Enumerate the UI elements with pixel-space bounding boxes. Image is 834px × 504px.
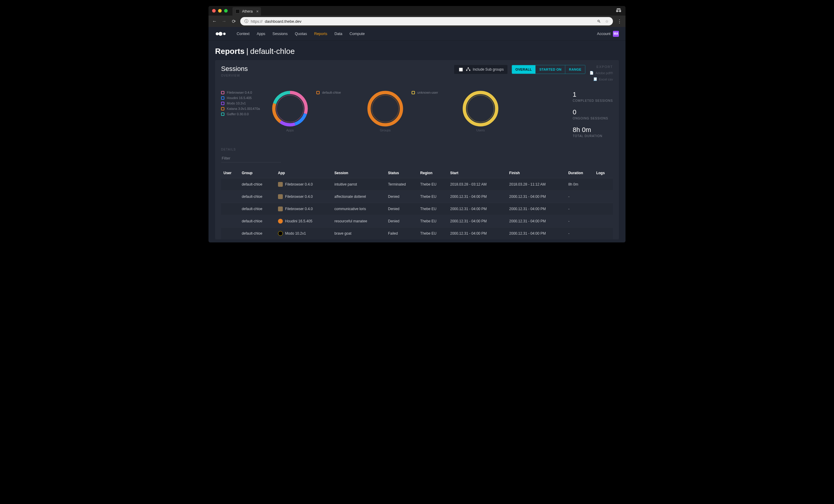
export-heading: EXPORT	[596, 65, 613, 69]
legend-item: Modo 10.2v1	[221, 101, 266, 105]
donut-groups	[367, 91, 403, 127]
reload-button[interactable]: ⟳	[231, 19, 237, 24]
folder-icon	[278, 207, 283, 211]
panel-title: Sessions	[221, 65, 248, 73]
account-label: Account	[597, 32, 611, 36]
donut-apps	[272, 91, 308, 127]
svg-point-17	[464, 92, 497, 125]
kebab-menu-icon[interactable]: ⋮	[616, 19, 622, 24]
search-icon[interactable]: 🔍︎	[597, 19, 601, 24]
col-logs[interactable]: Logs	[594, 168, 613, 178]
segment-started-on[interactable]: STARTED ON	[535, 65, 565, 74]
table-row[interactable]: default-chloeHoudini 16.5.405resourceful…	[221, 215, 613, 227]
col-start[interactable]: Start	[448, 168, 507, 178]
hierarchy-icon	[466, 67, 470, 72]
svg-point-8	[469, 70, 470, 71]
svg-point-14	[277, 95, 304, 122]
donut-users	[463, 91, 499, 127]
star-icon[interactable]: ☆	[605, 19, 609, 24]
legend-item: default-chloe	[316, 91, 361, 94]
close-tab-icon[interactable]: ×	[256, 9, 259, 14]
col-session[interactable]: Session	[332, 168, 386, 178]
details-subhead: DETAILS	[221, 148, 613, 151]
export-pdf-button[interactable]: 📄 Adobe pdf®	[590, 71, 613, 75]
panel-subhead: OVERVIEW	[221, 74, 248, 77]
page-title-main: Reports	[215, 47, 244, 56]
table-row[interactable]: default-chloeFilebrowser 0.4.0affectiona…	[221, 191, 613, 203]
forward-button[interactable]: →	[221, 19, 227, 24]
houdini-icon	[278, 219, 283, 224]
col-group[interactable]: Group	[239, 168, 276, 178]
page-title: Reports | default-chloe	[208, 41, 626, 60]
tab-title: Athera	[242, 9, 253, 14]
chart-users: unknown-userUsers	[412, 91, 499, 132]
sessions-table: UserGroupAppSessionStatusRegionStartFini…	[221, 168, 613, 239]
stat-duration: 8h 0mTOTAL DURATION	[573, 126, 613, 138]
table-row[interactable]: default-chloeFilebrowser 0.4.0communicat…	[221, 203, 613, 215]
col-duration[interactable]: Duration	[566, 168, 594, 178]
col-user[interactable]: User	[221, 168, 239, 178]
svg-point-7	[466, 70, 467, 71]
filter-input[interactable]	[221, 154, 281, 162]
include-subgroups-label: Include Sub groups	[473, 67, 504, 71]
col-finish[interactable]: Finish	[507, 168, 566, 178]
url-prefix: https://	[251, 19, 262, 24]
svg-point-16	[372, 95, 399, 122]
tab-favicon	[236, 9, 240, 14]
info-icon: ⓘ	[244, 19, 248, 24]
sessions-panel: Sessions OVERVIEW Include Sub groups OVE…	[215, 60, 619, 239]
svg-point-6	[468, 67, 468, 68]
nav-data[interactable]: Data	[334, 32, 342, 36]
nav-context[interactable]: Context	[237, 32, 249, 36]
col-app[interactable]: App	[276, 168, 332, 178]
chart-apps: Filebrowser 0.4.0Houdini 16.5.405Modo 10…	[221, 91, 308, 132]
svg-point-3	[216, 32, 219, 35]
avatar: MA	[613, 31, 619, 37]
stat-completed: 1COMPLETED SESSIONS	[573, 91, 613, 102]
include-subgroups-toggle[interactable]: Include Sub groups	[454, 65, 507, 74]
url-bar[interactable]: ⓘ https://dashboard.thebe.dev 🔍︎ ☆	[240, 17, 613, 25]
svg-rect-2	[618, 11, 619, 12]
svg-point-18	[467, 95, 494, 122]
range-segment: OVERALLSTARTED ONRANGE	[512, 65, 585, 74]
nav-quotas[interactable]: Quotas	[295, 32, 307, 36]
brand-logo[interactable]	[215, 31, 227, 37]
legend-item: unknown-user	[412, 91, 457, 94]
export-block: EXPORT 📄 Adobe pdf® 🧾 Excel csv	[590, 65, 613, 81]
legend-item: Gaffer 0.30.0.0	[221, 112, 266, 116]
legend-item: Houdini 16.5.405	[221, 96, 266, 100]
browser-tab[interactable]: Athera ×	[233, 7, 261, 16]
nav-compute[interactable]: Compute	[350, 32, 365, 36]
url-host: dashboard.thebe.dev	[265, 19, 301, 24]
nav-reports[interactable]: Reports	[314, 32, 327, 36]
table-row[interactable]: default-chloeFilebrowser 0.4.0intuitive …	[221, 178, 613, 191]
chart-groups: default-chloeGroups	[316, 91, 403, 132]
csv-icon: 🧾	[593, 77, 597, 81]
browser-window: Athera × ← → ⟳ ⓘ https://dashboard.thebe…	[208, 6, 626, 243]
segment-range[interactable]: RANGE	[565, 65, 585, 74]
include-subgroups-checkbox[interactable]	[459, 68, 463, 71]
incognito-icon	[615, 8, 622, 14]
svg-point-15	[369, 92, 401, 125]
segment-overall[interactable]: OVERALL	[512, 65, 535, 74]
maximize-window-icon[interactable]	[224, 9, 228, 13]
export-csv-button[interactable]: 🧾 Excel csv	[593, 77, 613, 81]
svg-point-5	[223, 32, 225, 35]
stat-ongoing: 0ONGOING SESSIONS	[573, 108, 613, 120]
page-title-scope: default-chloe	[250, 47, 295, 56]
col-status[interactable]: Status	[386, 168, 418, 178]
back-button[interactable]: ←	[212, 19, 218, 24]
table-row[interactable]: default-chloeModo 10.2v1brave goatFailed…	[221, 227, 613, 240]
legend-item: Katana 3.0v1.001470a	[221, 107, 266, 110]
window-titlebar: Athera ×	[208, 6, 626, 16]
svg-point-4	[219, 32, 223, 36]
legend-item: Filebrowser 0.4.0	[221, 91, 266, 94]
account-menu[interactable]: Account MA	[597, 31, 619, 37]
folder-icon	[278, 182, 283, 187]
nav-apps[interactable]: Apps	[257, 32, 265, 36]
nav-sessions[interactable]: Sessions	[272, 32, 288, 36]
close-window-icon[interactable]	[212, 9, 216, 13]
browser-toolbar: ← → ⟳ ⓘ https://dashboard.thebe.dev 🔍︎ ☆…	[208, 16, 626, 27]
col-region[interactable]: Region	[418, 168, 448, 178]
minimize-window-icon[interactable]	[218, 9, 222, 13]
